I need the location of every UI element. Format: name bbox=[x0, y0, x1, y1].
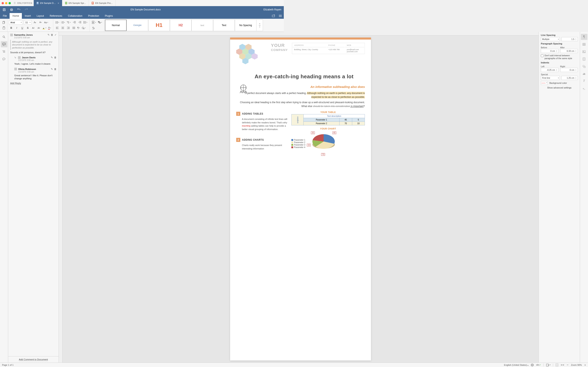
font-family-select[interactable]: Arial bbox=[9, 20, 23, 25]
app-brand: ONLYOFFICE bbox=[13, 2, 33, 4]
comment-thread: Samantha Jones ✎ 🗑 ✓ 1/1/1970 3:00 am Al… bbox=[8, 32, 59, 86]
close-window[interactable] bbox=[2, 2, 4, 4]
svg-rect-66 bbox=[259, 25, 260, 25]
find-button[interactable] bbox=[1, 34, 7, 40]
insert-pagebreak-button[interactable] bbox=[91, 20, 96, 25]
style-heading1[interactable]: H1 bbox=[148, 20, 170, 31]
view-settings-button[interactable] bbox=[277, 13, 284, 19]
document-page[interactable]: YOUR COMPANY ADDRESSPHONEWEB Building, S… bbox=[230, 38, 284, 177]
window-controls bbox=[2, 2, 11, 4]
underline-button[interactable]: U bbox=[20, 26, 25, 30]
line-spacing-button[interactable] bbox=[83, 20, 88, 25]
minimize-window[interactable] bbox=[5, 2, 7, 4]
menu-home[interactable]: Home bbox=[9, 13, 22, 19]
bold-button[interactable]: B bbox=[9, 26, 13, 30]
svg-rect-63 bbox=[92, 23, 94, 24]
style-heading2[interactable]: H2 bbox=[170, 20, 191, 31]
svg-rect-28 bbox=[56, 22, 58, 23]
decrease-indent-button[interactable] bbox=[72, 20, 77, 25]
delete-reply-icon[interactable]: 🗑 bbox=[54, 56, 57, 59]
subscript-button[interactable]: A2 bbox=[36, 26, 41, 30]
style-text-lc[interactable]: text bbox=[191, 20, 213, 31]
tab-label: EN Sample Pre... bbox=[95, 2, 112, 4]
menu-references[interactable]: References bbox=[47, 13, 65, 19]
comments-panel: Samantha Jones ✎ 🗑 ✓ 1/1/1970 3:00 am Al… bbox=[8, 32, 59, 177]
menu-layout[interactable]: Layout bbox=[34, 13, 47, 19]
svg-rect-6 bbox=[66, 3, 67, 3]
style-georgia[interactable]: Georgia bbox=[127, 20, 148, 31]
clear-style-button[interactable] bbox=[91, 26, 96, 30]
horizontal-ruler[interactable] bbox=[59, 32, 284, 35]
paste-button[interactable] bbox=[2, 26, 6, 30]
svg-rect-62 bbox=[92, 21, 94, 22]
align-justify-button[interactable] bbox=[71, 26, 76, 30]
shading-button[interactable] bbox=[81, 26, 86, 30]
copy-button[interactable] bbox=[2, 20, 6, 25]
tab-presentation[interactable]: EN Sample Pre... bbox=[89, 0, 116, 6]
svg-rect-39 bbox=[68, 23, 69, 24]
pres-icon bbox=[92, 2, 94, 4]
edit-reply-icon[interactable]: ✎ bbox=[51, 56, 53, 59]
nonprinting-chars-button[interactable]: ¶ bbox=[77, 26, 80, 30]
style-gallery-expand[interactable] bbox=[256, 20, 263, 31]
style-no-spacing[interactable]: No Spacing bbox=[235, 20, 256, 31]
maximize-window[interactable] bbox=[9, 2, 11, 4]
delete-comment-icon[interactable]: 🗑 bbox=[51, 33, 53, 36]
svg-point-67 bbox=[3, 36, 4, 38]
svg-rect-45 bbox=[79, 23, 81, 23]
menu-insert[interactable]: Insert bbox=[22, 13, 34, 19]
close-icon[interactable]: × bbox=[58, 2, 59, 5]
style-normal[interactable]: Normal bbox=[105, 20, 127, 31]
doc-heading-1: An eye-catch-ing heading means a lot bbox=[230, 67, 284, 82]
menu-file[interactable]: File bbox=[0, 13, 9, 19]
align-center-button[interactable] bbox=[61, 26, 65, 30]
headings-button[interactable] bbox=[1, 49, 7, 55]
svg-rect-32 bbox=[62, 21, 64, 22]
svg-rect-21 bbox=[3, 22, 4, 24]
svg-rect-51 bbox=[56, 29, 59, 29]
svg-rect-42 bbox=[74, 23, 76, 23]
vertical-ruler[interactable] bbox=[59, 35, 62, 177]
svg-rect-16 bbox=[272, 15, 275, 17]
edit-comment-icon[interactable]: ✎ bbox=[48, 33, 50, 36]
font-color-button[interactable]: A bbox=[48, 26, 52, 30]
save-button[interactable] bbox=[2, 8, 6, 11]
redo-button[interactable] bbox=[25, 8, 28, 11]
menu-plugins[interactable]: Plugins bbox=[102, 13, 116, 19]
print-button[interactable] bbox=[10, 8, 13, 11]
italic-button[interactable]: I bbox=[15, 26, 19, 30]
edit-reply-icon[interactable]: ✎ bbox=[51, 68, 53, 71]
strikethrough-button[interactable]: S bbox=[26, 26, 30, 30]
decrease-font-button[interactable]: A▾ bbox=[38, 20, 43, 25]
increase-font-button[interactable]: A▴ bbox=[33, 20, 37, 25]
tab-spreadsheet[interactable]: EN Sample Spr... bbox=[62, 0, 89, 6]
change-case-button[interactable]: Aa bbox=[44, 20, 48, 25]
superscript-button[interactable]: A2 bbox=[31, 26, 35, 30]
svg-rect-19 bbox=[279, 17, 282, 17]
multilevel-list-button[interactable] bbox=[66, 20, 71, 25]
feedback-button[interactable] bbox=[1, 56, 7, 62]
style-text[interactable]: Text bbox=[213, 20, 235, 31]
add-reply-link[interactable]: Add Reply bbox=[10, 82, 21, 85]
svg-rect-30 bbox=[56, 23, 58, 24]
font-size-select[interactable]: 11 bbox=[24, 20, 32, 25]
align-left-button[interactable] bbox=[55, 26, 60, 30]
tab-document[interactable]: EN Sample Doc... × bbox=[34, 0, 62, 6]
delete-reply-icon[interactable]: 🗑 bbox=[54, 68, 57, 71]
numbering-button[interactable]: 123 bbox=[61, 20, 65, 25]
align-right-button[interactable] bbox=[66, 26, 70, 30]
svg-point-27 bbox=[56, 22, 56, 23]
resolve-comment-icon[interactable]: ✓ bbox=[54, 33, 57, 36]
increase-indent-button[interactable] bbox=[78, 20, 82, 25]
bullets-button[interactable] bbox=[55, 20, 60, 25]
undo-button[interactable] bbox=[17, 8, 20, 11]
menu-collaboration[interactable]: Collaboration bbox=[65, 13, 85, 19]
insert-shape-button[interactable] bbox=[97, 20, 103, 25]
menu-protection[interactable]: Protection bbox=[85, 13, 102, 19]
main-menu: File Home Insert Layout References Colla… bbox=[0, 13, 284, 19]
comments-button[interactable] bbox=[1, 41, 7, 47]
highlight-color-button[interactable] bbox=[42, 26, 47, 30]
open-location-button[interactable] bbox=[270, 13, 277, 19]
user-name[interactable]: Elizabeth Rayen bbox=[264, 8, 281, 11]
svg-rect-11 bbox=[3, 8, 5, 9]
